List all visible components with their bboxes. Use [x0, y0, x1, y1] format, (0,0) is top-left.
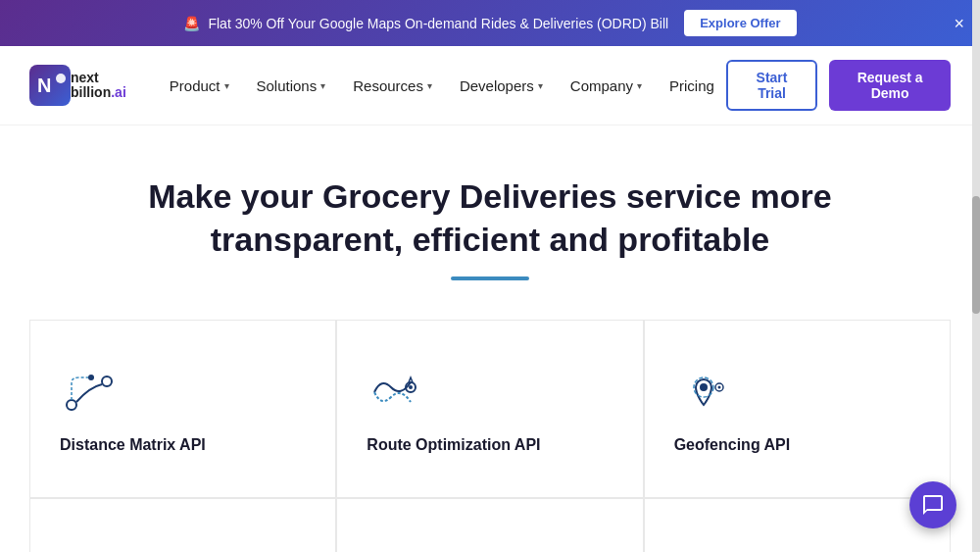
card-route-optimization-title: Route Optimization API: [367, 436, 540, 454]
live-tracking-icon: [60, 546, 119, 552]
hero-underline: [451, 276, 529, 280]
logo-text: next billion.ai: [71, 71, 126, 101]
svg-point-11: [717, 386, 720, 389]
scrollbar-thumb[interactable]: [972, 196, 980, 314]
main-content: Make your Grocery Deliveries service mor…: [0, 125, 980, 552]
hero-title: Make your Grocery Deliveries service mor…: [98, 175, 882, 261]
svg-point-2: [56, 74, 66, 83]
chat-icon: [921, 493, 945, 517]
logo[interactable]: N next billion.ai: [29, 65, 126, 106]
navbar: N next billion.ai Product ▾ Solutions ▾ …: [0, 46, 980, 125]
logo-billion: billion.ai: [71, 85, 126, 100]
card-distance-matrix[interactable]: Distance Matrix API: [30, 321, 335, 497]
banner-message: Flat 30% Off Your Google Maps On-demand …: [208, 16, 668, 31]
banner-close-button[interactable]: ×: [954, 15, 964, 32]
nav-company[interactable]: Company ▾: [559, 70, 654, 102]
request-demo-button[interactable]: Request a Demo: [829, 60, 951, 111]
card-road-editor[interactable]: Road Editor Tool: [337, 499, 642, 552]
card-geofencing[interactable]: Geofencing API: [645, 321, 950, 497]
card-live-tracking[interactable]: Live Tracking API: [30, 499, 335, 552]
svg-point-8: [700, 383, 708, 391]
chat-button[interactable]: [909, 481, 956, 528]
svg-point-4: [102, 376, 112, 386]
cards-grid: Distance Matrix API Route Optimization A…: [29, 320, 951, 552]
logo-next: next: [71, 71, 126, 85]
chevron-down-icon: ▾: [538, 80, 543, 91]
nav-solutions[interactable]: Solutions ▾: [245, 70, 338, 102]
card-geofencing-title: Geofencing API: [674, 436, 791, 454]
nav-actions: Start Trial Request a Demo: [726, 60, 951, 111]
nav-links: Product ▾ Solutions ▾ Resources ▾ Develo…: [158, 70, 726, 102]
nav-product[interactable]: Product ▾: [158, 70, 241, 102]
banner-emoji: 🚨: [183, 16, 200, 31]
route-optimization-icon: [367, 368, 425, 417]
banner-text-area: 🚨 Flat 30% Off Your Google Maps On-deman…: [183, 16, 668, 31]
svg-point-5: [88, 375, 94, 380]
logo-ai: .ai: [111, 84, 126, 100]
top-banner: 🚨 Flat 30% Off Your Google Maps On-deman…: [0, 0, 980, 46]
chevron-down-icon: ▾: [320, 80, 325, 91]
chevron-down-icon: ▾: [224, 80, 229, 91]
card-snap-to-road[interactable]: Snap-to-Road API: [645, 499, 950, 552]
explore-offer-button[interactable]: Explore Offer: [684, 10, 796, 36]
nav-pricing[interactable]: Pricing: [658, 70, 726, 102]
snap-to-road-icon: [674, 546, 733, 552]
chevron-down-icon: ▾: [427, 80, 432, 91]
svg-point-7: [409, 385, 413, 389]
chevron-down-icon: ▾: [637, 80, 642, 91]
distance-matrix-icon: [60, 368, 119, 417]
logo-icon: N: [29, 65, 71, 106]
card-distance-matrix-title: Distance Matrix API: [60, 436, 206, 454]
scrollbar[interactable]: [972, 0, 980, 552]
geofencing-icon: [674, 368, 733, 417]
start-trial-button[interactable]: Start Trial: [726, 60, 817, 111]
card-route-optimization[interactable]: Route Optimization API: [337, 321, 642, 497]
nav-resources[interactable]: Resources ▾: [341, 70, 444, 102]
nav-developers[interactable]: Developers ▾: [448, 70, 555, 102]
road-editor-icon: [367, 546, 425, 552]
svg-point-3: [67, 400, 76, 410]
svg-text:N: N: [37, 75, 51, 96]
